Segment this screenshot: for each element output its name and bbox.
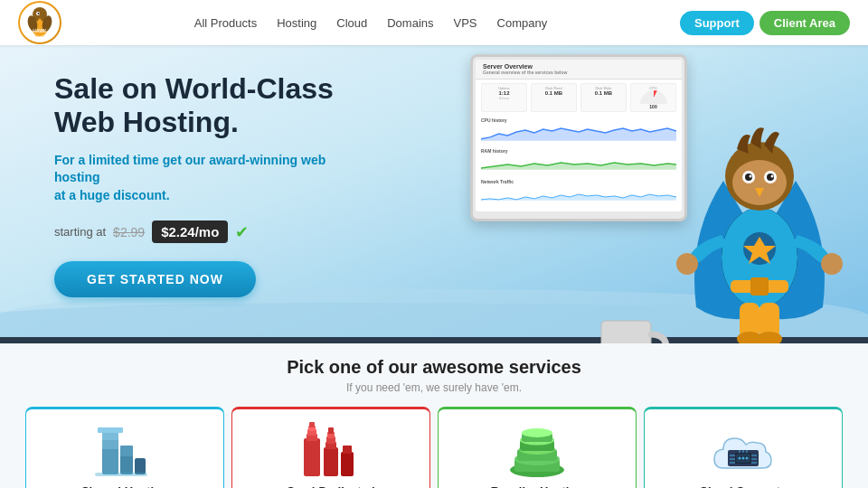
reseller-icon — [505, 425, 569, 479]
ram-chart-section: RAM history — [476, 146, 682, 177]
hero-subtitle: For a limited time get our award-winning… — [54, 152, 362, 205]
price-row: starting at $2.99 $2.24/mo ✔ — [54, 221, 362, 243]
reseller-icon-area — [501, 420, 573, 479]
svg-rect-25 — [750, 277, 769, 296]
svg-rect-48 — [135, 458, 146, 474]
screen-metrics: Uptime 1:12 d:hour Disk Read 0.1 MB Disk… — [476, 80, 682, 116]
screen-title: Server Overview General overview of the … — [476, 60, 682, 80]
svg-point-37 — [821, 253, 843, 275]
semi-dedicated-name: Semi-DedicatedHosting — [287, 484, 375, 488]
services-section: Pick one of our awesome services If you … — [0, 343, 868, 488]
service-card-reseller[interactable]: Reseller Hosting — [438, 407, 637, 488]
shared-hosting-name: Shared Hosting — [81, 484, 168, 488]
svg-rect-50 — [304, 438, 320, 476]
svg-rect-45 — [98, 427, 123, 433]
services-title: Pick one of our awesome services — [18, 357, 850, 378]
svg-rect-54 — [309, 422, 315, 427]
services-subtitle: If you need 'em, we surely have 'em. — [18, 381, 850, 394]
net-chart-label: Network Traffic — [481, 179, 676, 184]
nav-buttons: Support Client Area — [680, 11, 850, 35]
reseller-name: Reseller Hosting — [491, 484, 584, 488]
nav-all-products[interactable]: All Products — [194, 16, 257, 30]
svg-text:HOST: HOST — [34, 33, 45, 38]
ram-chart — [481, 155, 676, 172]
svg-rect-47 — [120, 446, 133, 456]
services-grid: Shared Hosting — [18, 407, 850, 488]
svg-rect-49 — [95, 473, 147, 476]
nav-company[interactable]: Company — [497, 16, 548, 30]
metric-disk-read: Disk Read 0.1 MB — [531, 83, 577, 112]
hero-content: Sale on World-ClassWeb Hosting. For a li… — [54, 72, 362, 297]
hawk-character — [669, 90, 850, 343]
monitor-screen: Server Overview General overview of the … — [476, 60, 682, 211]
logo-icon: HAWK HOST — [18, 1, 61, 44]
metric-uptime: Uptime 1:12 d:hour — [481, 83, 527, 112]
svg-point-83 — [738, 457, 741, 460]
svg-marker-10 — [481, 128, 676, 141]
service-card-shared[interactable]: Shared Hosting — [25, 407, 224, 488]
get-started-button[interactable]: GET STARTED NOW — [54, 261, 256, 297]
monitor-frame: Server Overview General overview of the … — [470, 54, 687, 221]
metric-disk-write: Disk Write 0.1 MB — [580, 83, 627, 112]
svg-point-5 — [38, 13, 40, 14]
svg-rect-42 — [102, 447, 118, 474]
cloud-compute-name: Cloud Compute — [700, 484, 788, 488]
price-old: $2.99 — [113, 225, 145, 239]
svg-point-70 — [522, 428, 552, 437]
nav-vps[interactable]: VPS — [454, 16, 477, 30]
service-card-semi[interactable]: Semi-DedicatedHosting — [231, 407, 430, 488]
svg-rect-13 — [601, 321, 651, 343]
svg-point-32 — [750, 175, 752, 178]
support-button[interactable]: Support — [680, 11, 754, 35]
hawk-hero-svg — [669, 90, 850, 343]
price-new: $2.24/mo — [152, 221, 228, 243]
cpu-chart — [481, 125, 676, 141]
hero-section: Sale on World-ClassWeb Hosting. For a li… — [0, 45, 868, 343]
service-card-cloud[interactable]: Cloud Compute — [644, 407, 843, 488]
nav-domains[interactable]: Domains — [387, 16, 433, 30]
net-chart-section: Network Traffic — [476, 177, 682, 208]
svg-point-85 — [745, 457, 748, 460]
svg-point-35 — [771, 175, 774, 178]
svg-rect-61 — [343, 446, 352, 454]
svg-point-84 — [741, 457, 744, 460]
svg-point-29 — [732, 160, 787, 205]
cpu-gauge — [640, 90, 667, 104]
svg-rect-46 — [120, 455, 133, 474]
screen-title-text: Server Overview — [483, 63, 675, 70]
shared-hosting-icon-area — [89, 420, 161, 479]
navbar: HAWK HOST All Products Hosting Cloud Dom… — [0, 0, 868, 45]
svg-rect-60 — [341, 452, 354, 476]
cpu-chart-section: CPU history — [476, 116, 682, 146]
svg-marker-12 — [481, 194, 676, 201]
price-starting-text: starting at — [54, 225, 106, 239]
svg-rect-59 — [328, 427, 334, 434]
ram-chart-label: RAM history — [481, 148, 676, 154]
net-chart — [481, 186, 676, 202]
logo[interactable]: HAWK HOST — [18, 1, 61, 44]
svg-rect-55 — [324, 447, 338, 476]
nav-hosting[interactable]: Hosting — [277, 16, 316, 30]
nav-cloud[interactable]: Cloud — [336, 16, 367, 30]
semi-dedicated-icon — [299, 420, 363, 479]
cloud-compute-icon-area — [707, 420, 779, 479]
screen-subtitle: General overview of the services below — [483, 70, 675, 75]
nav-links: All Products Hosting Cloud Domains VPS C… — [194, 16, 547, 30]
hero-title: Sale on World-ClassWeb Hosting. — [54, 72, 362, 139]
mug-svg: Hawk Host — [592, 316, 674, 343]
client-area-button[interactable]: Client Area — [760, 11, 850, 35]
semi-dedicated-icon-area — [295, 420, 367, 479]
cloud-compute-icon — [710, 425, 778, 479]
logo-svg: HAWK HOST — [19, 2, 61, 43]
shared-hosting-icon — [93, 420, 156, 479]
cpu-chart-label: CPU history — [481, 117, 676, 123]
price-checkmark: ✔ — [235, 222, 249, 242]
svg-point-36 — [676, 253, 698, 275]
